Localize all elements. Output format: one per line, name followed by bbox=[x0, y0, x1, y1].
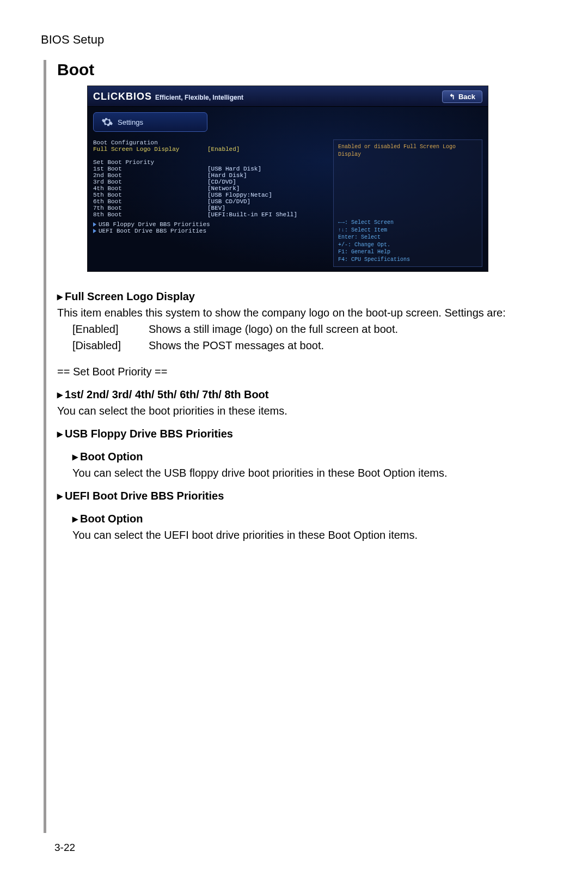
key-hint: ←→: Select Screen bbox=[338, 219, 477, 227]
uefi-boot-bbs-label: UEFI Boot Drive BBS Priorities bbox=[99, 228, 206, 234]
option-row: [Disabled]Shows the POST messages at boo… bbox=[72, 337, 534, 354]
help-text: Enabled or disabled Full Screen Logo Dis… bbox=[338, 143, 477, 158]
set-boot-priority-heading: == Set Boot Priority == bbox=[57, 363, 534, 380]
boot-3-value: [CD/DVD] bbox=[207, 179, 236, 185]
bios-screenshot: CLiCKBIOS Efficient, Flexible, Intellige… bbox=[87, 86, 488, 272]
key-hint: F1: General Help bbox=[338, 248, 477, 256]
item4-subhead: Boot Option bbox=[80, 513, 143, 525]
item2-desc: You can select the boot priorities in th… bbox=[57, 403, 534, 419]
boot-4-label: 4th Boot bbox=[93, 185, 207, 192]
item2-head: 1st/ 2nd/ 3rd/ 4th/ 5th/ 6th/ 7th/ 8th B… bbox=[65, 388, 268, 400]
boot-row[interactable]: 6th Boot[USB CD/DVD] bbox=[93, 198, 330, 205]
page-header: BIOS Setup bbox=[41, 33, 534, 47]
key-hint: Enter: Select bbox=[338, 234, 477, 241]
item1-desc: This item enables this system to show th… bbox=[57, 305, 534, 321]
opt-enabled-key: [Enabled] bbox=[72, 321, 149, 337]
item3-head: USB Floppy Drive BBS Priorities bbox=[65, 428, 233, 440]
caret-icon: ▸ bbox=[57, 488, 63, 504]
key-hint: +/-: Change Opt. bbox=[338, 241, 477, 249]
opt-enabled-val: Shows a still image (logo) on the full s… bbox=[149, 321, 398, 337]
boot-row[interactable]: 4th Boot[Network] bbox=[93, 185, 330, 192]
fs-logo-label: Full Screen Logo Display bbox=[93, 146, 207, 153]
boot-1-value: [USB Hard Disk] bbox=[207, 166, 261, 172]
item4-head: UEFI Boot Drive BBS Priorities bbox=[65, 490, 224, 502]
back-label: Back bbox=[458, 93, 475, 101]
settings-label: Settings bbox=[118, 118, 143, 126]
bios-top-bar: CLiCKBIOS Efficient, Flexible, Intellige… bbox=[88, 86, 488, 107]
gear-icon bbox=[101, 116, 113, 128]
item1-head: Full Screen Logo Display bbox=[65, 290, 195, 302]
boot-row[interactable]: 3rd Boot[CD/DVD] bbox=[93, 179, 330, 185]
boot-8-value: [UEFI:Built-in EFI Shell] bbox=[207, 211, 297, 218]
boot-7-label: 7th Boot bbox=[93, 205, 207, 211]
boot-2-value: [Hard Disk] bbox=[207, 172, 247, 179]
key-hints: ←→: Select Screen ↑↓: Select Item Enter:… bbox=[338, 219, 477, 263]
item-heading: ▸UEFI Boot Drive BBS Priorities bbox=[57, 488, 534, 504]
caret-icon: ▸ bbox=[57, 288, 63, 305]
item4-desc: You can select the UEFI boot drive prior… bbox=[72, 527, 534, 543]
boot-6-label: 6th Boot bbox=[93, 198, 207, 205]
caret-icon: ▸ bbox=[72, 510, 78, 527]
set-boot-priority-label: Set Boot Priority bbox=[93, 159, 207, 166]
boot-8-label: 8th Boot bbox=[93, 211, 207, 218]
item-heading: ▸USB Floppy Drive BBS Priorities bbox=[57, 425, 534, 442]
item3-subhead: Boot Option bbox=[80, 451, 143, 463]
vertical-rule bbox=[44, 60, 46, 833]
boot-7-value: [BEV] bbox=[207, 205, 225, 211]
boot-6-value: [USB CD/DVD] bbox=[207, 198, 250, 205]
boot-4-value: [Network] bbox=[207, 185, 240, 192]
boot-config-label: Boot Configuration bbox=[93, 139, 207, 146]
full-screen-logo-row[interactable]: Full Screen Logo Display [Enabled] bbox=[93, 146, 330, 153]
document-body: ▸Full Screen Logo Display This item enab… bbox=[57, 288, 534, 543]
boot-2-label: 2nd Boot bbox=[93, 172, 207, 179]
boot-row[interactable]: 2nd Boot[Hard Disk] bbox=[93, 172, 330, 179]
opt-disabled-key: [Disabled] bbox=[72, 337, 149, 354]
caret-icon: ▸ bbox=[72, 448, 78, 465]
section-title: Boot bbox=[57, 60, 534, 79]
bios-help-pane: Enabled or disabled Full Screen Logo Dis… bbox=[333, 139, 482, 267]
usb-floppy-bbs-label: USB Floppy Drive BBS Priorities bbox=[99, 221, 210, 228]
boot-row[interactable]: 8th Boot[UEFI:Built-in EFI Shell] bbox=[93, 211, 330, 218]
bios-brand: CLiCKBIOS Efficient, Flexible, Intellige… bbox=[93, 91, 243, 102]
page-number: 3-22 bbox=[54, 842, 75, 854]
boot-row[interactable]: 5th Boot[USB Floppy:Netac] bbox=[93, 192, 330, 198]
boot-3-label: 3rd Boot bbox=[93, 179, 207, 185]
usb-floppy-bbs-link[interactable]: USB Floppy Drive BBS Priorities bbox=[93, 221, 330, 228]
bios-left-pane: Boot Configuration Full Screen Logo Disp… bbox=[93, 139, 330, 267]
item-subheading: ▸Boot Option bbox=[72, 510, 534, 527]
back-arrow-icon: ↰ bbox=[449, 93, 455, 101]
triangle-icon bbox=[93, 229, 96, 233]
item-heading: ▸Full Screen Logo Display bbox=[57, 288, 534, 305]
key-hint: F4: CPU Specifications bbox=[338, 256, 477, 264]
item3-desc: You can select the USB floppy drive boot… bbox=[72, 465, 534, 481]
bios-logo: CLiCKBIOS bbox=[93, 91, 152, 102]
boot-row[interactable]: 7th Boot[BEV] bbox=[93, 205, 330, 211]
item-subheading: ▸Boot Option bbox=[72, 448, 534, 465]
key-hint: ↑↓: Select Item bbox=[338, 227, 477, 234]
boot-1-label: 1st Boot bbox=[93, 166, 207, 172]
boot-row[interactable]: 1st Boot[USB Hard Disk] bbox=[93, 166, 330, 172]
settings-tab[interactable]: Settings bbox=[93, 112, 207, 132]
triangle-icon bbox=[93, 222, 96, 227]
uefi-boot-bbs-link[interactable]: UEFI Boot Drive BBS Priorities bbox=[93, 228, 330, 234]
bios-tagline: Efficient, Flexible, Intelligent bbox=[155, 94, 243, 101]
back-button[interactable]: ↰ Back bbox=[442, 90, 482, 103]
opt-disabled-val: Shows the POST messages at boot. bbox=[149, 337, 324, 354]
fs-logo-value: [Enabled] bbox=[207, 146, 240, 153]
caret-icon: ▸ bbox=[57, 425, 63, 442]
boot-5-value: [USB Floppy:Netac] bbox=[207, 192, 272, 198]
option-row: [Enabled]Shows a still image (logo) on t… bbox=[72, 321, 534, 337]
boot-5-label: 5th Boot bbox=[93, 192, 207, 198]
caret-icon: ▸ bbox=[57, 386, 63, 403]
item-heading: ▸1st/ 2nd/ 3rd/ 4th/ 5th/ 6th/ 7th/ 8th … bbox=[57, 386, 534, 403]
